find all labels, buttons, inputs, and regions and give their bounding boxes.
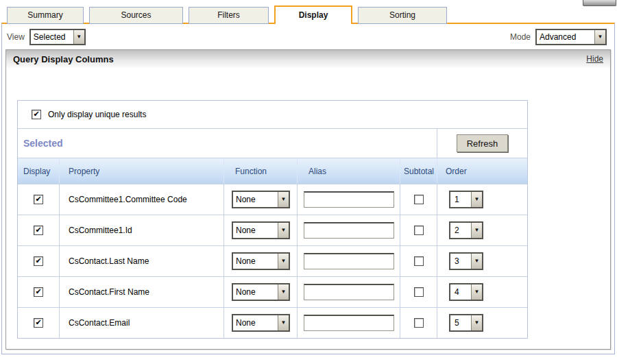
display-checkbox[interactable]: ✔ bbox=[34, 256, 43, 266]
alias-input[interactable] bbox=[304, 253, 394, 269]
unique-results-row: ✔ Only display unique results bbox=[18, 101, 527, 128]
display-tab-panel: View Selected ▼ Mode Advanced ▼ Query Di… bbox=[1, 23, 615, 354]
function-select-value: None bbox=[233, 254, 278, 269]
subtotal-cell bbox=[400, 277, 437, 307]
table-row: ✔ CsCommittee1.Id None▼ 2▼ bbox=[18, 215, 527, 245]
chevron-down-icon: ▼ bbox=[278, 223, 289, 238]
order-select[interactable]: 3▼ bbox=[449, 252, 483, 270]
chevron-down-icon: ▼ bbox=[278, 284, 289, 300]
subtotal-cell bbox=[400, 184, 437, 215]
function-select[interactable]: None▼ bbox=[232, 283, 290, 301]
column-header-order: Order bbox=[437, 158, 527, 184]
property-cell: CsContact.Email bbox=[59, 308, 223, 338]
selected-heading-cell: Selected bbox=[18, 129, 437, 158]
chevron-down-glyph: ▼ bbox=[76, 34, 82, 40]
column-header-function: Function bbox=[223, 158, 297, 184]
display-checkbox[interactable]: ✔ bbox=[34, 318, 43, 328]
alias-input[interactable] bbox=[304, 315, 394, 331]
alias-cell bbox=[297, 308, 400, 338]
function-select[interactable]: None▼ bbox=[232, 191, 290, 208]
chevron-down-icon: ▼ bbox=[594, 30, 605, 44]
chevron-down-glyph: ▼ bbox=[281, 320, 287, 326]
chevron-down-icon: ▼ bbox=[471, 223, 482, 238]
order-cell: 5▼ bbox=[437, 308, 527, 338]
subtotal-checkbox[interactable] bbox=[414, 287, 424, 297]
order-select[interactable]: 4▼ bbox=[449, 283, 483, 301]
alias-input[interactable] bbox=[304, 284, 394, 300]
partial-toolbar-button[interactable] bbox=[583, 0, 616, 6]
table-row: ✔ CsContact.Last Name None▼ 3▼ bbox=[18, 245, 527, 276]
subtotal-cell bbox=[400, 246, 437, 276]
chevron-down-icon: ▼ bbox=[278, 192, 289, 207]
selected-heading: Selected bbox=[23, 138, 63, 149]
display-checkbox[interactable]: ✔ bbox=[34, 226, 43, 235]
table-header-row: Display Property Function Alias Subtotal… bbox=[18, 158, 527, 184]
table-row: ✔ CsCommittee1.Committee Code None▼ 1▼ bbox=[18, 184, 527, 215]
check-icon: ✔ bbox=[35, 257, 41, 265]
chevron-down-glyph: ▼ bbox=[281, 228, 287, 233]
table-row: ✔ CsContact.Email None▼ 5▼ bbox=[18, 307, 527, 338]
tab-filters[interactable]: Filters bbox=[189, 7, 269, 24]
order-cell: 4▼ bbox=[437, 277, 527, 307]
check-icon: ✔ bbox=[35, 288, 41, 295]
order-select[interactable]: 2▼ bbox=[449, 221, 483, 239]
order-select[interactable]: 1▼ bbox=[449, 191, 483, 208]
property-cell: CsCommittee1.Committee Code bbox=[59, 184, 223, 215]
section-header: Query Display Columns Hide bbox=[6, 50, 610, 68]
chevron-down-glyph: ▼ bbox=[281, 289, 287, 295]
function-select[interactable]: None▼ bbox=[232, 252, 290, 270]
subtotal-checkbox[interactable] bbox=[414, 195, 424, 204]
chevron-down-glyph: ▼ bbox=[474, 258, 480, 264]
chevron-down-glyph: ▼ bbox=[281, 258, 287, 264]
refresh-cell: Refresh bbox=[437, 129, 527, 158]
chevron-down-glyph: ▼ bbox=[474, 197, 480, 202]
chevron-down-icon: ▼ bbox=[471, 192, 482, 207]
function-cell: None▼ bbox=[223, 215, 297, 245]
alias-cell bbox=[297, 246, 400, 276]
check-icon: ✔ bbox=[33, 110, 39, 118]
property-cell: CsContact.First Name bbox=[59, 277, 223, 307]
order-select-value: 1 bbox=[450, 192, 471, 207]
alias-cell bbox=[297, 277, 400, 307]
function-select[interactable]: None▼ bbox=[232, 314, 290, 332]
subtotal-checkbox[interactable] bbox=[414, 226, 424, 235]
function-cell: None▼ bbox=[223, 308, 297, 338]
order-select-value: 5 bbox=[450, 315, 471, 330]
alias-input[interactable] bbox=[304, 222, 394, 239]
tab-summary[interactable]: Summary bbox=[7, 7, 84, 24]
order-cell: 1▼ bbox=[437, 184, 527, 215]
display-checkbox[interactable]: ✔ bbox=[34, 287, 43, 297]
tab-sorting[interactable]: Sorting bbox=[358, 7, 447, 24]
order-cell: 3▼ bbox=[437, 246, 527, 276]
chevron-down-icon: ▼ bbox=[471, 284, 482, 300]
function-select-value: None bbox=[233, 315, 278, 330]
chevron-down-icon: ▼ bbox=[73, 30, 84, 44]
display-checkbox[interactable]: ✔ bbox=[34, 195, 43, 204]
mode-select[interactable]: Advanced ▼ bbox=[535, 29, 607, 45]
chevron-down-icon: ▼ bbox=[471, 254, 482, 269]
chevron-down-glyph: ▼ bbox=[474, 320, 480, 326]
subtotal-checkbox[interactable] bbox=[414, 256, 424, 266]
refresh-button[interactable]: Refresh bbox=[457, 134, 509, 152]
view-label: View bbox=[7, 32, 25, 42]
property-cell: CsCommittee1.Id bbox=[59, 215, 223, 245]
section-title: Query Display Columns bbox=[13, 54, 114, 64]
chevron-down-glyph: ▼ bbox=[474, 228, 480, 233]
tab-sources[interactable]: Sources bbox=[89, 7, 183, 24]
alias-input[interactable] bbox=[304, 191, 394, 208]
view-select-value: Selected bbox=[31, 30, 73, 44]
view-select[interactable]: Selected ▼ bbox=[29, 29, 86, 45]
subtotal-checkbox[interactable] bbox=[414, 318, 424, 328]
tab-display[interactable]: Display bbox=[274, 5, 352, 24]
hide-link[interactable]: Hide bbox=[586, 54, 603, 64]
function-select[interactable]: None▼ bbox=[232, 221, 290, 239]
order-select[interactable]: 5▼ bbox=[449, 314, 483, 332]
unique-results-checkbox[interactable]: ✔ bbox=[32, 110, 41, 119]
display-cell: ✔ bbox=[18, 308, 59, 338]
display-cell: ✔ bbox=[18, 215, 59, 245]
chevron-down-glyph: ▼ bbox=[598, 34, 603, 40]
display-cell: ✔ bbox=[18, 277, 59, 307]
chevron-down-icon: ▼ bbox=[278, 254, 289, 269]
order-cell: 2▼ bbox=[437, 215, 527, 245]
function-select-value: None bbox=[233, 284, 278, 300]
